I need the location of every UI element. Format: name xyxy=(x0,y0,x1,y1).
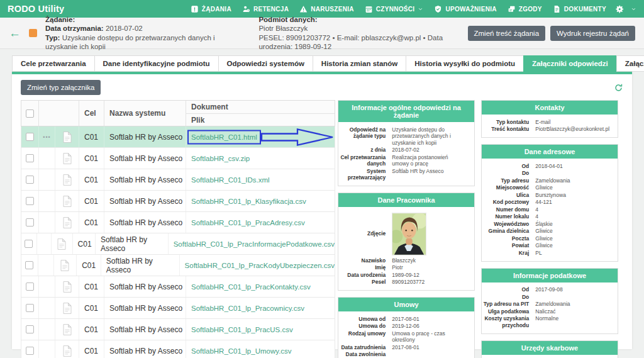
tab-historia-zmian-stanow[interactable]: Historia zmian stanów xyxy=(313,55,406,72)
panel-field: UlicaBursztynowa xyxy=(482,191,613,199)
panel-field: Rodzaj umowyUmowa o pracę - czas określo… xyxy=(338,330,469,344)
panel-field: Typ kontaktuE-mail xyxy=(482,118,613,126)
change-attachment-type-button[interactable]: Zmień typ załącznika xyxy=(21,80,101,95)
file-icon xyxy=(55,169,79,190)
field-label: z dnia xyxy=(338,147,392,154)
panel-field: Treść kontaktuPiotrBlaszczyk@eurokonkret… xyxy=(482,126,613,133)
cell-system: Softlab HR by Asseco xyxy=(101,255,180,276)
panel-title: Informacje podatkowe xyxy=(482,269,618,282)
panel-field: Numer lokalu4 xyxy=(482,213,613,221)
cell-file: SoftlabHR_C01_lp_PracKontakty.csv xyxy=(186,276,335,297)
nav-item-czynnosci[interactable]: CZYNNOŚCI xyxy=(365,5,424,13)
row-checkbox[interactable] xyxy=(26,325,34,333)
panel-field: WojewództwoŚląskie xyxy=(482,220,613,228)
tab-zalaczniki-zadania[interactable]: Załączniki żądania xyxy=(616,55,644,72)
file-icon xyxy=(52,233,73,254)
cell-file: SoftlabHR_C01_lp_Umowy.csv xyxy=(186,340,335,358)
row-checkbox[interactable] xyxy=(26,282,34,291)
row-checkbox[interactable] xyxy=(26,304,34,312)
panel-dane-adresowe: Dane adresoweOd2018-04-01DoTyp adresuZam… xyxy=(481,144,618,262)
row-checkbox-cell xyxy=(21,319,39,340)
field-label: Typ kontaktu xyxy=(482,119,535,126)
row-checkbox[interactable] xyxy=(25,240,33,248)
file-link[interactable]: SoftlabHR_C01_lp_PracInformacjePodatkowe… xyxy=(174,240,335,248)
file-link[interactable]: SoftlabHR_C01.html xyxy=(191,133,257,141)
row-checkbox[interactable] xyxy=(26,218,34,227)
cell-system: Softlab HR by Asseco xyxy=(104,276,186,297)
row-checkbox[interactable] xyxy=(26,197,34,205)
file-link[interactable]: SoftlabHR_C01_lp_PracKodyUbezpieczen.csv xyxy=(185,262,335,269)
nav-items: ŻĄDANIARETENCJANARUSZENIACZYNNOŚCIUPOWAŻ… xyxy=(191,5,606,13)
tab-odpowiedzi-systemow[interactable]: Odpowiedzi systemów xyxy=(218,55,313,72)
request-title: Żądanie: xyxy=(45,16,75,23)
row-checkbox-cell xyxy=(21,212,39,233)
consents-icon xyxy=(508,5,516,13)
tab-dane-identyfikacyjne-podmiotu[interactable]: Dane identyfikacyjne podmiotu xyxy=(94,55,219,72)
file-link[interactable]: SoftlabHR_C01_IDs.xml xyxy=(191,176,270,184)
nav-item-zadania[interactable]: ŻĄDANIA xyxy=(191,5,231,13)
change-request-button[interactable]: Zmień treść żądania xyxy=(468,26,546,41)
row-checkbox[interactable] xyxy=(26,347,34,355)
row-menu xyxy=(37,233,52,254)
subject-name: Piotr Błaszczyk xyxy=(258,24,467,33)
cell-file: SoftlabHR_csv.zip xyxy=(186,148,335,169)
print-register-button[interactable]: Wydruk rejestru żądań xyxy=(550,26,635,41)
nav-item-upowaznienia[interactable]: UPOWAŻNIENIA xyxy=(434,5,496,13)
panels-column-left: Informacje ogólne odpowiedzi na żądanieO… xyxy=(338,100,475,358)
file-icon xyxy=(55,276,79,297)
nav-item-label: RETENCJA xyxy=(253,6,289,13)
tab-historia-wysylki-do-podmiotu[interactable]: Historia wysyłki do podmiotu xyxy=(406,55,524,72)
row-checkbox[interactable] xyxy=(25,261,33,269)
chevron-down-icon[interactable] xyxy=(631,6,636,12)
nav-item-zgody[interactable]: ZGODY xyxy=(508,5,542,13)
file-link[interactable]: SoftlabHR_C01_lp_PracUS.csv xyxy=(191,326,293,333)
field-label: Pesel xyxy=(338,279,392,286)
table-row: C01Softlab HR by AssecoSoftlabHR_C01_lp_… xyxy=(21,340,335,358)
panels-column-right: KontaktyTyp kontaktuE-mailTreść kontaktu… xyxy=(481,100,618,358)
retention-person-icon xyxy=(242,5,250,13)
field-value: PiotrBlaszczyk@eurokonkret.pl xyxy=(535,126,613,133)
field-value: PL xyxy=(535,250,613,257)
row-checkbox[interactable] xyxy=(26,154,34,162)
tab-zalaczniki-odpowiedzi[interactable]: Załączniki odpowiedzi xyxy=(523,55,617,72)
panel-field: Gmina dzielnicaGliwice xyxy=(482,228,613,235)
nav-item-naruszenia[interactable]: NARUSZENIA xyxy=(299,5,354,13)
panel-urzedy-skarbowe: Urzędy skarboweOd2017-09-08DoUrząd skarb… xyxy=(481,340,618,358)
file-link[interactable]: SoftlabHR_csv.zip xyxy=(191,155,250,162)
select-all-checkbox[interactable] xyxy=(26,109,34,118)
table-row: C01Softlab HR by AssecoSoftlabHR_C01_IDs… xyxy=(21,169,335,191)
gear-icon[interactable] xyxy=(615,4,625,14)
panel-field: Zdjęcie xyxy=(338,211,469,257)
file-link[interactable]: SoftlabHR_C01_lp_Klasyfikacja.csv xyxy=(191,198,306,205)
row-menu[interactable]: ••• xyxy=(39,126,55,147)
field-label: Kod pocztowy xyxy=(482,199,535,206)
cell-file: SoftlabHR_C01_lp_PracAdresy.csv xyxy=(186,212,335,233)
file-link[interactable]: SoftlabHR_C01_lp_Umowy.csv xyxy=(191,347,292,355)
row-checkbox[interactable] xyxy=(26,133,34,141)
panel-informacje-ogolne-odpowiedzi-na-zadanie: Informacje ogólne odpowiedzi na żądanieO… xyxy=(338,100,475,186)
refresh-button[interactable] xyxy=(614,83,623,92)
tab-cele-przetwarzania[interactable]: Cele przetwarzania xyxy=(12,55,95,72)
field-value: 4 xyxy=(535,206,613,213)
row-checkbox[interactable] xyxy=(26,176,34,184)
nav-item-retencja[interactable]: RETENCJA xyxy=(242,5,289,13)
type-label: Typ: xyxy=(45,34,60,42)
file-link[interactable]: SoftlabHR_C01_lp_Pracownicy.csv xyxy=(191,305,304,312)
panel-field: Typ adresu na PITZameldowania xyxy=(482,301,613,308)
cell-cel: C01 xyxy=(79,319,104,340)
file-icon xyxy=(55,212,79,233)
panel-field: Od2018-04-01 xyxy=(482,162,613,170)
cell-file: SoftlabHR_C01_lp_PracInformacjePodatkowe… xyxy=(169,233,335,254)
file-link[interactable]: SoftlabHR_C01_lp_PracKontakty.csv xyxy=(191,283,311,291)
panel-field: Data urodzenia1989-09-12 xyxy=(338,271,469,279)
tab-bar: Cele przetwarzaniaDane identyfikacyjne p… xyxy=(12,55,632,72)
app-brand: RODO Utility xyxy=(8,4,64,14)
field-value: 4 xyxy=(535,213,613,220)
field-value: Gliwice xyxy=(535,184,613,191)
file-link[interactable]: SoftlabHR_C01_lp_PracAdresy.csv xyxy=(191,219,305,227)
row-menu xyxy=(39,148,55,169)
back-button[interactable]: ← xyxy=(9,27,21,39)
settings-menu[interactable] xyxy=(615,4,636,14)
chevron-down-icon xyxy=(418,6,423,12)
nav-item-dokumenty[interactable]: DOKUMENTY xyxy=(553,5,606,13)
